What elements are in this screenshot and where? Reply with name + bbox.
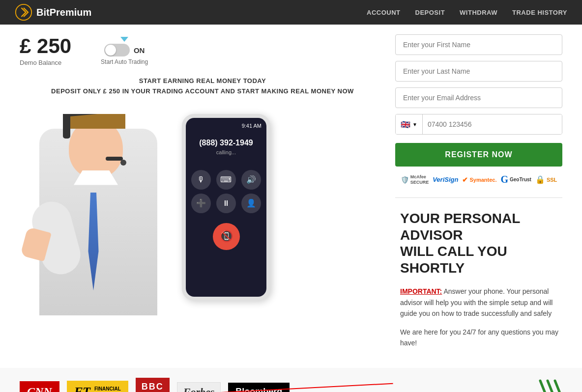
phone-keypad-btn: ⌨	[216, 170, 236, 190]
ssl-lock-icon: 🔒	[535, 175, 545, 184]
nav-withdraw[interactable]: WITHDRAW	[460, 9, 497, 16]
bbc-logo: BBC WORLDNEWS	[136, 378, 170, 392]
phone-number: (888) 392-1949	[191, 139, 262, 147]
media-logos: CNN FT FINANCIALTIMES BBC WORLDNEWS Forb…	[20, 378, 290, 392]
hero-image: 9:41 AM (888) 392-1949 calling... 🎙 ⌨ 🔊 …	[20, 104, 295, 315]
person-container: 9:41 AM (888) 392-1949 calling... 🎙 ⌨ 🔊 …	[20, 104, 295, 315]
last-name-group	[395, 61, 562, 82]
phone-speaker-btn: 🔊	[241, 170, 261, 190]
left-panel: £ 250 Demo Balance ON Start Auto Trading…	[20, 34, 395, 348]
brand-logo: BitPremium	[15, 3, 91, 21]
promo-line1: START EARNING REAL MONEY TODAY	[20, 76, 385, 86]
first-name-group	[395, 34, 562, 55]
phone-hold-btn: ⏸	[216, 194, 236, 213]
geotrust-icon: G	[500, 174, 508, 185]
register-button[interactable]: REGISTER NOW	[395, 143, 562, 167]
csr-logo: CSRAcademy.org.uk	[504, 378, 562, 392]
phone-time: 9:41 AM	[191, 123, 262, 129]
first-name-input[interactable]	[395, 34, 562, 55]
security-badges: 🛡️ McAfeeSECURE VeriSign ✔ Symantec. G G…	[395, 174, 562, 185]
email-input[interactable]	[395, 87, 562, 108]
phone-add-btn: ➕	[191, 194, 211, 213]
ssl-label: SSL	[547, 177, 557, 183]
right-panel: 🇬🇧 ▼ REGISTER NOW 🛡️ McAfeeSECURE VeriSi…	[395, 34, 562, 348]
phone-buttons: 🎙 ⌨ 🔊 ➕ ⏸ 👤	[191, 170, 262, 213]
toggle-section: ON Start Auto Trading	[101, 34, 148, 65]
important-label: IMPORTANT:	[400, 287, 442, 295]
svg-point-0	[16, 4, 31, 20]
flag-icon: 🇬🇧	[401, 120, 410, 129]
bbc-main: BBC	[142, 382, 164, 392]
phone-input-wrapper: 🇬🇧 ▼	[395, 114, 562, 135]
geotrust-badge: G GeoTrust	[500, 174, 531, 185]
nav-links: ACCOUNT DEPOSIT WITHDRAW TRADE HISTORY	[367, 9, 567, 16]
last-name-input[interactable]	[395, 61, 562, 82]
ft-text: FINANCIALTIMES	[94, 386, 121, 392]
advisor-section: YOUR PERSONAL ADVISORWILL CALL YOU SHORT…	[395, 210, 562, 348]
mcafee-label: McAfeeSECURE	[410, 174, 429, 185]
person-figure	[20, 114, 177, 315]
symantec-badge: ✔ Symantec.	[462, 176, 496, 184]
dropdown-arrow-icon: ▼	[412, 122, 417, 127]
svg-line-3	[555, 381, 560, 392]
forbes-logo: Forbes	[177, 382, 221, 392]
ft-logo: FT FINANCIALTIMES	[67, 381, 128, 392]
phone-mute-btn: 🎙	[191, 170, 211, 190]
geotrust-label: GeoTrust	[510, 177, 531, 182]
phone-group: 🇬🇧 ▼	[395, 114, 562, 135]
balance-amount: £ 250	[20, 34, 71, 58]
verisign-badge: VeriSign	[433, 176, 458, 183]
advisor-support: We are here for you 24/7 for any questio…	[400, 327, 562, 349]
promo-text: START EARNING REAL MONEY TODAY DEPOSIT O…	[20, 76, 385, 97]
toggle-wrapper: ON	[104, 44, 145, 56]
svg-line-1	[540, 381, 545, 392]
phone-screen: 9:41 AM (888) 392-1949 calling... 🎙 ⌨ 🔊 …	[186, 118, 266, 297]
email-group	[395, 87, 562, 108]
triangle-indicator-icon	[120, 37, 128, 42]
ssl-badge: 🔒 SSL	[535, 175, 557, 184]
phone-end-call-btn[interactable]: 📵	[213, 223, 240, 250]
navbar: BitPremium ACCOUNT DEPOSIT WITHDRAW TRAD…	[0, 0, 582, 25]
phone-status: calling...	[191, 149, 262, 155]
bitpremium-logo-icon	[15, 3, 32, 21]
phone-input[interactable]	[423, 114, 562, 134]
auto-trading-toggle[interactable]	[104, 44, 130, 56]
balance-label: Demo Balance	[20, 59, 71, 66]
promo-line2: DEPOSIT ONLY £ 250 IN YOUR TRADING ACCOU…	[20, 86, 385, 97]
mcafee-badge: 🛡️ McAfeeSECURE	[401, 174, 429, 185]
ft-letters: FT	[74, 385, 90, 392]
advisor-title: YOUR PERSONAL ADVISORWILL CALL YOU SHORT…	[400, 210, 562, 276]
nav-account[interactable]: ACCOUNT	[367, 9, 401, 16]
flag-selector[interactable]: 🇬🇧 ▼	[396, 114, 423, 134]
toggle-on-label: ON	[134, 46, 145, 55]
divider	[395, 197, 562, 198]
symantec-checkmark-icon: ✔	[462, 176, 468, 184]
balance-section: £ 250 Demo Balance ON Start Auto Trading	[20, 34, 385, 66]
brand-name: BitPremium	[36, 7, 91, 18]
phone-call-info: (888) 392-1949 calling...	[191, 131, 262, 163]
toggle-knob	[105, 45, 116, 56]
phone-contacts-btn: 👤	[241, 194, 261, 213]
verisign-label: VeriSign	[433, 176, 458, 183]
svg-line-2	[548, 381, 553, 392]
nav-trade-history[interactable]: TRADE HISTORY	[512, 9, 567, 16]
toggle-subtitle: Start Auto Trading	[101, 58, 148, 65]
mcafee-icon: 🛡️	[401, 176, 409, 184]
symantec-label: Symantec.	[469, 177, 496, 183]
advisor-text: IMPORTANT: Answer your phone. Your perso…	[400, 286, 562, 319]
balance-info: £ 250 Demo Balance	[20, 34, 71, 66]
bottom-bar: CNN FT FINANCIALTIMES BBC WORLDNEWS Forb…	[0, 368, 582, 392]
nav-deposit[interactable]: DEPOSIT	[415, 9, 445, 16]
cnn-logo: CNN	[20, 381, 59, 392]
main-content: £ 250 Demo Balance ON Start Auto Trading…	[0, 25, 582, 358]
phone-mockup: 9:41 AM (888) 392-1949 calling... 🎙 ⌨ 🔊 …	[182, 114, 270, 301]
csr-icon	[538, 378, 562, 392]
